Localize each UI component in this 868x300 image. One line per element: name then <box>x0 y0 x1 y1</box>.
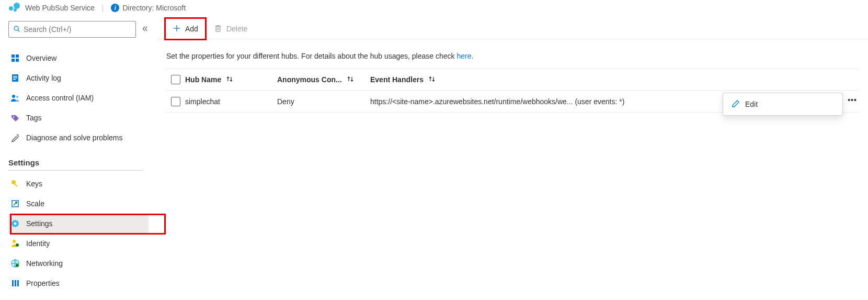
svg-point-0 <box>9 6 13 10</box>
svg-point-21 <box>16 243 19 247</box>
col-anonymous[interactable]: Anonymous Con... <box>277 75 370 84</box>
svg-point-19 <box>14 223 17 225</box>
add-label: Add <box>185 25 198 33</box>
activity-log-icon <box>10 73 20 83</box>
sidebar-item-activity-log[interactable]: Activity log <box>8 68 149 88</box>
sidebar-section-settings: Settings <box>8 158 143 171</box>
svg-point-14 <box>16 96 18 98</box>
service-name: Web PubSub Service <box>25 4 95 12</box>
sidebar-item-networking[interactable]: Networking <box>8 253 149 273</box>
gear-icon <box>10 219 20 228</box>
web-pubsub-icon <box>8 1 21 15</box>
col-hub-name[interactable]: Hub Name <box>185 75 277 84</box>
sidebar-item-label: Overview <box>26 54 56 62</box>
keys-icon <box>10 179 20 188</box>
svg-rect-11 <box>13 77 17 79</box>
sidebar-item-diagnose[interactable]: Diagnose and solve problems <box>8 128 149 148</box>
delete-button[interactable]: Delete <box>208 20 254 37</box>
svg-point-23 <box>16 264 19 267</box>
context-menu-edit[interactable]: Edit <box>723 93 842 115</box>
sort-icon <box>225 75 234 84</box>
search-box[interactable] <box>8 21 136 38</box>
search-icon <box>13 25 20 34</box>
description-link[interactable]: here <box>456 52 471 60</box>
divider: | <box>102 4 104 12</box>
col-label: Hub Name <box>185 75 221 84</box>
sidebar-item-label: Diagnose and solve problems <box>26 134 122 142</box>
svg-point-16 <box>12 180 16 184</box>
svg-point-1 <box>14 3 20 9</box>
sort-icon <box>346 75 355 84</box>
select-all-checkbox[interactable] <box>171 75 180 84</box>
context-menu: Edit <box>723 93 843 116</box>
svg-rect-10 <box>13 76 17 77</box>
description-text: Set the properties for your different hu… <box>166 52 456 60</box>
svg-rect-6 <box>16 54 19 58</box>
search-input[interactable] <box>20 25 131 34</box>
properties-icon <box>10 279 20 288</box>
scale-icon <box>10 199 20 208</box>
sidebar-item-overview[interactable]: Overview <box>8 48 149 68</box>
collapse-sidebar-icon[interactable] <box>141 25 149 34</box>
svg-point-3 <box>14 26 18 30</box>
sidebar: Overview Activity log Access control (IA… <box>0 16 157 293</box>
cell-event-handlers: https://<site-name>.azurewebsites.net/ru… <box>370 97 624 106</box>
sidebar-item-label: Identity <box>26 239 50 248</box>
service-label: Web PubSub Service <box>8 1 95 15</box>
main-content: Add Delete Set the properties for your d… <box>157 16 868 293</box>
svg-line-4 <box>18 30 19 31</box>
overview-icon <box>10 53 20 63</box>
svg-point-15 <box>13 116 15 118</box>
sidebar-item-label: Keys <box>26 180 42 188</box>
svg-rect-5 <box>12 54 15 58</box>
sidebar-item-settings[interactable]: Settings <box>8 214 149 234</box>
sort-icon <box>428 75 436 84</box>
networking-icon <box>10 259 20 268</box>
context-menu-label: Edit <box>745 100 758 108</box>
sidebar-item-label: Activity log <box>26 74 61 82</box>
description: Set the properties for your different hu… <box>157 39 868 69</box>
col-event-handlers[interactable]: Event Handlers <box>370 75 859 84</box>
sidebar-item-keys[interactable]: Keys <box>8 174 149 194</box>
sidebar-item-label: Scale <box>26 199 44 208</box>
tags-icon <box>10 113 20 123</box>
sidebar-item-label: Tags <box>26 114 42 122</box>
svg-rect-25 <box>15 280 16 286</box>
svg-rect-17 <box>14 183 18 187</box>
svg-rect-24 <box>12 280 14 286</box>
sidebar-item-label: Access control (IAM) <box>26 94 94 102</box>
sidebar-item-properties[interactable]: Properties <box>8 273 149 293</box>
description-period: . <box>471 52 473 60</box>
add-button[interactable]: Add <box>166 20 204 37</box>
sidebar-item-label: Settings <box>26 219 53 228</box>
sidebar-item-tags[interactable]: Tags <box>8 108 149 128</box>
row-checkbox[interactable] <box>171 97 180 106</box>
cell-anonymous: Deny <box>277 97 294 106</box>
col-label: Event Handlers <box>370 75 424 84</box>
row-more-button[interactable]: ••• <box>846 96 859 104</box>
svg-rect-26 <box>17 280 19 286</box>
sidebar-item-scale[interactable]: Scale <box>8 194 149 214</box>
svg-rect-8 <box>16 59 19 62</box>
svg-rect-7 <box>12 59 15 62</box>
trash-icon <box>214 24 222 34</box>
cell-hub-name: simplechat <box>185 97 220 106</box>
toolbar: Add Delete <box>157 19 868 39</box>
access-control-icon <box>10 93 20 103</box>
svg-rect-12 <box>13 79 16 80</box>
sidebar-item-identity[interactable]: Identity <box>8 234 149 253</box>
topbar: Web PubSub Service | i Directory: Micros… <box>0 0 868 16</box>
sidebar-item-label: Networking <box>26 259 63 268</box>
col-label: Anonymous Con... <box>277 75 342 84</box>
svg-rect-29 <box>216 27 220 31</box>
svg-point-2 <box>14 8 17 12</box>
svg-point-20 <box>13 240 16 243</box>
directory-info[interactable]: i Directory: Microsoft <box>111 4 186 12</box>
svg-point-13 <box>12 95 15 98</box>
edit-icon <box>732 99 740 109</box>
delete-label: Delete <box>226 25 247 33</box>
table-header: Hub Name Anonymous Con... Event Handlers <box>166 69 859 91</box>
sidebar-item-access-control[interactable]: Access control (IAM) <box>8 88 149 108</box>
info-icon: i <box>111 4 119 12</box>
identity-icon <box>10 239 20 248</box>
